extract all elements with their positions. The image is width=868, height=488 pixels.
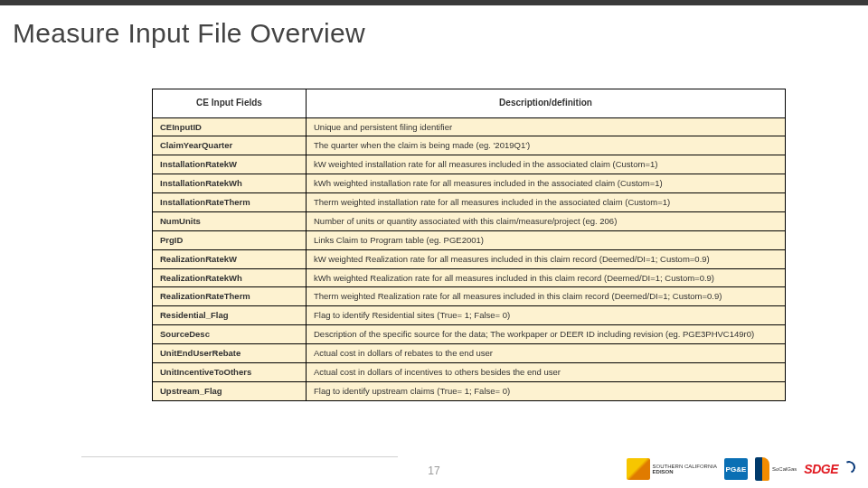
table-row: ClaimYearQuarterThe quarter when the cla… — [153, 136, 786, 155]
field-desc: kWh weighted installation rate for all m… — [307, 174, 786, 193]
table-row: PrgIDLinks Claim to Program table (eg. P… — [153, 230, 786, 249]
table-row: UnitEndUserRebateActual cost in dollars … — [153, 344, 786, 363]
table-row: Residential_FlagFlag to identify Residen… — [153, 306, 786, 325]
socalgas-logo-text: SoCalGas — [772, 466, 797, 472]
table-row: UnitIncentiveToOthersActual cost in doll… — [153, 362, 786, 381]
sce-logo: SOUTHERN CALIFORNIAEDISON — [627, 458, 717, 480]
field-name: RealizationRatekWh — [153, 268, 307, 287]
page-title: Measure Input File Overview — [13, 18, 365, 49]
field-desc: Therm weighted Realization rate for all … — [307, 287, 786, 306]
table-row: RealizationRateThermTherm weighted Reali… — [153, 287, 786, 306]
col-header-desc: Description/definition — [307, 89, 786, 118]
field-name: UnitEndUserRebate — [153, 344, 307, 363]
table-row: NumUnitsNumber of units or quantity asso… — [153, 211, 786, 230]
field-desc: kWh weighted Realization rate for all me… — [307, 268, 786, 287]
field-desc: kW weighted installation rate for all me… — [307, 155, 786, 174]
table-row: InstallationRateThermTherm weighted inst… — [153, 193, 786, 212]
field-desc: Flag to identify Residential sites (True… — [307, 306, 786, 325]
sdge-arc-icon — [841, 459, 857, 475]
field-name: RealizationRatekW — [153, 249, 307, 268]
field-desc: Number of units or quantity associated w… — [307, 211, 786, 230]
fields-table: CE Input Fields Description/definition C… — [152, 89, 786, 401]
table-row: InstallationRatekWkW weighted installati… — [153, 155, 786, 174]
sdge-logo: SDGE — [804, 462, 855, 476]
field-name: ClaimYearQuarter — [153, 136, 307, 155]
field-name: NumUnits — [153, 211, 307, 230]
sce-logo-text: SOUTHERN CALIFORNIAEDISON — [653, 464, 717, 474]
field-name: InstallationRatekW — [153, 155, 307, 174]
footer-divider — [81, 456, 398, 457]
field-name: SourceDesc — [153, 325, 307, 344]
field-desc: Unique and persistent filing identifier — [307, 117, 786, 136]
field-name: PrgID — [153, 230, 307, 249]
field-name: InstallationRateTherm — [153, 193, 307, 212]
sce-logo-icon — [627, 458, 650, 480]
col-header-field: CE Input Fields — [153, 89, 307, 118]
table-row: Upstream_FlagFlag to identify upstream c… — [153, 381, 786, 400]
field-name: UnitIncentiveToOthers — [153, 362, 307, 381]
field-name: InstallationRatekWh — [153, 174, 307, 193]
field-name: Residential_Flag — [153, 306, 307, 325]
field-desc: Actual cost in dollars of rebates to the… — [307, 344, 786, 363]
pge-logo: PG&E — [724, 458, 748, 480]
field-desc: The quarter when the claim is being made… — [307, 136, 786, 155]
table-header-row: CE Input Fields Description/definition — [153, 89, 786, 118]
fields-table-container: CE Input Fields Description/definition C… — [152, 89, 785, 401]
pge-logo-icon: PG&E — [724, 458, 748, 480]
socalgas-logo: SoCalGas — [755, 457, 797, 481]
table-row: SourceDescDescription of the specific so… — [153, 325, 786, 344]
table-row: InstallationRatekWhkWh weighted installa… — [153, 174, 786, 193]
field-name: Upstream_Flag — [153, 381, 307, 400]
field-name: CEInputID — [153, 117, 307, 136]
table-row: RealizationRatekWkW weighted Realization… — [153, 249, 786, 268]
field-desc: Actual cost in dollars of incentives to … — [307, 362, 786, 381]
sdge-logo-text: SDGE — [804, 462, 838, 476]
footer-logos: SOUTHERN CALIFORNIAEDISON PG&E SoCalGas … — [627, 457, 855, 481]
table-row: RealizationRatekWhkWh weighted Realizati… — [153, 268, 786, 287]
table-row: CEInputIDUnique and persistent filing id… — [153, 117, 786, 136]
field-desc: Therm weighted installation rate for all… — [307, 193, 786, 212]
field-desc: Flag to identify upstream claims (True= … — [307, 381, 786, 400]
field-desc: Description of the specific source for t… — [307, 325, 786, 344]
field-desc: Links Claim to Program table (eg. PGE200… — [307, 230, 786, 249]
top-accent-bar — [0, 0, 868, 5]
field-name: RealizationRateTherm — [153, 287, 307, 306]
field-desc: kW weighted Realization rate for all mea… — [307, 249, 786, 268]
socalgas-logo-icon — [755, 457, 769, 481]
